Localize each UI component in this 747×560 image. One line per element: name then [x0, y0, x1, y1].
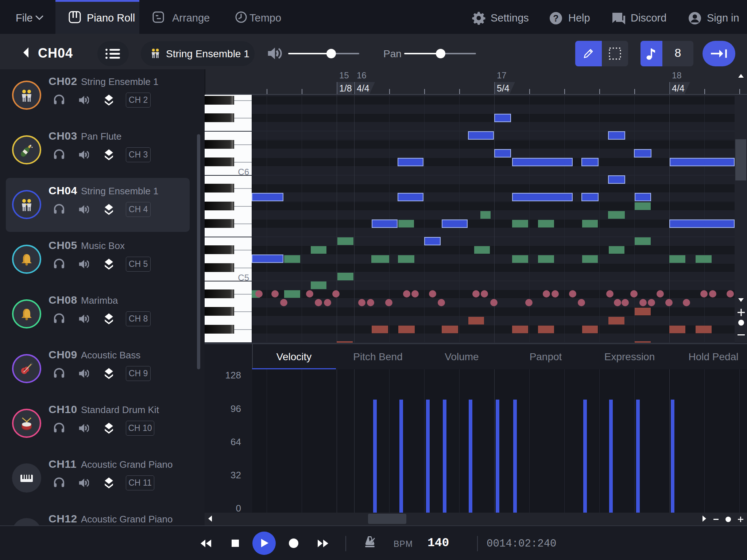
svg-text:?: ?	[553, 13, 558, 23]
